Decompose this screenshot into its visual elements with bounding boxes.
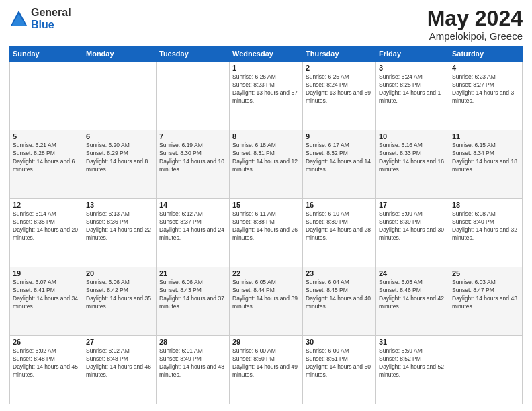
day-info: Sunrise: 6:08 AMSunset: 8:40 PMDaylight:… — [452, 210, 519, 242]
daylight-text: Daylight: 14 hours and 48 minutes. — [159, 363, 226, 379]
daylight-text: Daylight: 14 hours and 30 minutes. — [379, 226, 446, 242]
sunrise-text: Sunrise: 6:21 AM — [13, 142, 80, 150]
sunrise-text: Sunrise: 6:15 AM — [452, 142, 519, 150]
sunset-text: Sunset: 8:48 PM — [86, 355, 153, 363]
table-row: 21Sunrise: 6:06 AMSunset: 8:43 PMDayligh… — [157, 267, 230, 336]
day-info: Sunrise: 6:19 AMSunset: 8:30 PMDaylight:… — [159, 142, 226, 174]
sunrise-text: Sunrise: 6:14 AM — [13, 210, 80, 218]
day-info: Sunrise: 6:06 AMSunset: 8:42 PMDaylight:… — [86, 279, 153, 311]
day-info: Sunrise: 6:02 AMSunset: 8:48 PMDaylight:… — [86, 347, 153, 379]
sunset-text: Sunset: 8:49 PM — [159, 355, 226, 363]
day-number: 16 — [306, 201, 373, 209]
day-number: 26 — [13, 338, 80, 346]
table-row: 28Sunrise: 6:01 AMSunset: 8:49 PMDayligh… — [157, 336, 230, 404]
sunrise-text: Sunrise: 6:24 AM — [379, 73, 446, 81]
sunrise-text: Sunrise: 6:16 AM — [379, 142, 446, 150]
col-friday: Friday — [376, 46, 449, 62]
table-row: 30Sunrise: 6:00 AMSunset: 8:51 PMDayligh… — [303, 336, 376, 404]
daylight-text: Daylight: 14 hours and 12 minutes. — [232, 158, 300, 174]
sunrise-text: Sunrise: 6:04 AM — [306, 279, 373, 287]
calendar-week-1: 1Sunrise: 6:26 AMSunset: 8:23 PMDaylight… — [10, 62, 523, 130]
sunset-text: Sunset: 8:43 PM — [159, 287, 226, 295]
day-info: Sunrise: 6:11 AMSunset: 8:38 PMDaylight:… — [232, 210, 300, 242]
daylight-text: Daylight: 14 hours and 20 minutes. — [13, 226, 80, 242]
day-number: 19 — [13, 269, 80, 277]
sunrise-text: Sunrise: 6:23 AM — [452, 73, 519, 81]
daylight-text: Daylight: 14 hours and 18 minutes. — [452, 158, 519, 174]
month-title: May 2024 — [427, 7, 523, 30]
sunset-text: Sunset: 8:27 PM — [452, 81, 519, 89]
table-row: 13Sunrise: 6:13 AMSunset: 8:36 PMDayligh… — [83, 199, 157, 267]
table-row: 26Sunrise: 6:02 AMSunset: 8:48 PMDayligh… — [10, 336, 83, 404]
day-info: Sunrise: 6:00 AMSunset: 8:51 PMDaylight:… — [306, 347, 373, 379]
day-info: Sunrise: 6:26 AMSunset: 8:23 PMDaylight:… — [232, 73, 300, 105]
daylight-text: Daylight: 14 hours and 26 minutes. — [232, 226, 300, 242]
daylight-text: Daylight: 14 hours and 40 minutes. — [306, 295, 373, 311]
daylight-text: Daylight: 14 hours and 28 minutes. — [306, 226, 373, 242]
day-info: Sunrise: 6:24 AMSunset: 8:25 PMDaylight:… — [379, 73, 446, 105]
day-info: Sunrise: 6:07 AMSunset: 8:41 PMDaylight:… — [13, 279, 80, 311]
sunrise-text: Sunrise: 6:18 AM — [232, 142, 300, 150]
table-row: 10Sunrise: 6:16 AMSunset: 8:33 PMDayligh… — [376, 130, 449, 199]
day-number: 8 — [232, 132, 300, 140]
sunset-text: Sunset: 8:48 PM — [13, 355, 80, 363]
sunset-text: Sunset: 8:52 PM — [379, 355, 446, 363]
daylight-text: Daylight: 14 hours and 6 minutes. — [13, 158, 80, 174]
day-number: 7 — [159, 132, 226, 140]
table-row — [83, 62, 157, 130]
day-info: Sunrise: 6:25 AMSunset: 8:24 PMDaylight:… — [306, 73, 373, 105]
daylight-text: Daylight: 14 hours and 32 minutes. — [452, 226, 519, 242]
day-info: Sunrise: 6:00 AMSunset: 8:50 PMDaylight:… — [232, 347, 300, 379]
day-number: 10 — [379, 132, 446, 140]
day-info: Sunrise: 6:10 AMSunset: 8:39 PMDaylight:… — [306, 210, 373, 242]
logo: General Blue — [9, 7, 71, 30]
daylight-text: Daylight: 14 hours and 3 minutes. — [452, 89, 519, 105]
daylight-text: Daylight: 14 hours and 52 minutes. — [379, 363, 446, 379]
daylight-text: Daylight: 14 hours and 45 minutes. — [13, 363, 80, 379]
page: General Blue May 2024 Ampelokipoi, Greec… — [0, 0, 532, 411]
table-row: 11Sunrise: 6:15 AMSunset: 8:34 PMDayligh… — [449, 130, 523, 199]
daylight-text: Daylight: 14 hours and 50 minutes. — [306, 363, 373, 379]
day-number: 12 — [13, 201, 80, 209]
daylight-text: Daylight: 14 hours and 34 minutes. — [13, 295, 80, 311]
day-info: Sunrise: 6:23 AMSunset: 8:27 PMDaylight:… — [452, 73, 519, 105]
sunset-text: Sunset: 8:41 PM — [13, 287, 80, 295]
table-row: 31Sunrise: 5:59 AMSunset: 8:52 PMDayligh… — [376, 336, 449, 404]
sunset-text: Sunset: 8:44 PM — [232, 287, 300, 295]
day-info: Sunrise: 6:20 AMSunset: 8:29 PMDaylight:… — [86, 142, 153, 174]
sunset-text: Sunset: 8:35 PM — [13, 218, 80, 226]
day-number: 17 — [379, 201, 446, 209]
sunset-text: Sunset: 8:47 PM — [452, 287, 519, 295]
calendar-week-2: 5Sunrise: 6:21 AMSunset: 8:28 PMDaylight… — [10, 130, 523, 199]
day-info: Sunrise: 6:16 AMSunset: 8:33 PMDaylight:… — [379, 142, 446, 174]
table-row: 7Sunrise: 6:19 AMSunset: 8:30 PMDaylight… — [157, 130, 230, 199]
table-row: 23Sunrise: 6:04 AMSunset: 8:45 PMDayligh… — [303, 267, 376, 336]
sunrise-text: Sunrise: 6:00 AM — [232, 347, 300, 355]
sunset-text: Sunset: 8:38 PM — [232, 218, 300, 226]
daylight-text: Daylight: 14 hours and 14 minutes. — [306, 158, 373, 174]
sunrise-text: Sunrise: 6:17 AM — [306, 142, 373, 150]
sunrise-text: Sunrise: 6:06 AM — [159, 279, 226, 287]
day-info: Sunrise: 6:03 AMSunset: 8:46 PMDaylight:… — [379, 279, 446, 311]
day-number: 6 — [86, 132, 153, 140]
sunset-text: Sunset: 8:32 PM — [306, 150, 373, 158]
title-block: May 2024 Ampelokipoi, Greece — [427, 7, 523, 42]
sunset-text: Sunset: 8:42 PM — [86, 287, 153, 295]
table-row: 15Sunrise: 6:11 AMSunset: 8:38 PMDayligh… — [230, 199, 303, 267]
table-row: 14Sunrise: 6:12 AMSunset: 8:37 PMDayligh… — [157, 199, 230, 267]
table-row: 4Sunrise: 6:23 AMSunset: 8:27 PMDaylight… — [449, 62, 523, 130]
sunrise-text: Sunrise: 6:06 AM — [86, 279, 153, 287]
calendar-header-row: Sunday Monday Tuesday Wednesday Thursday… — [10, 46, 523, 62]
sunset-text: Sunset: 8:51 PM — [306, 355, 373, 363]
daylight-text: Daylight: 14 hours and 16 minutes. — [379, 158, 446, 174]
day-number: 28 — [159, 338, 226, 346]
day-info: Sunrise: 6:13 AMSunset: 8:36 PMDaylight:… — [86, 210, 153, 242]
day-number: 13 — [86, 201, 153, 209]
table-row: 18Sunrise: 6:08 AMSunset: 8:40 PMDayligh… — [449, 199, 523, 267]
col-wednesday: Wednesday — [230, 46, 303, 62]
table-row: 1Sunrise: 6:26 AMSunset: 8:23 PMDaylight… — [230, 62, 303, 130]
sunrise-text: Sunrise: 6:19 AM — [159, 142, 226, 150]
daylight-text: Daylight: 14 hours and 24 minutes. — [159, 226, 226, 242]
day-number: 24 — [379, 269, 446, 277]
day-info: Sunrise: 6:01 AMSunset: 8:49 PMDaylight:… — [159, 347, 226, 379]
